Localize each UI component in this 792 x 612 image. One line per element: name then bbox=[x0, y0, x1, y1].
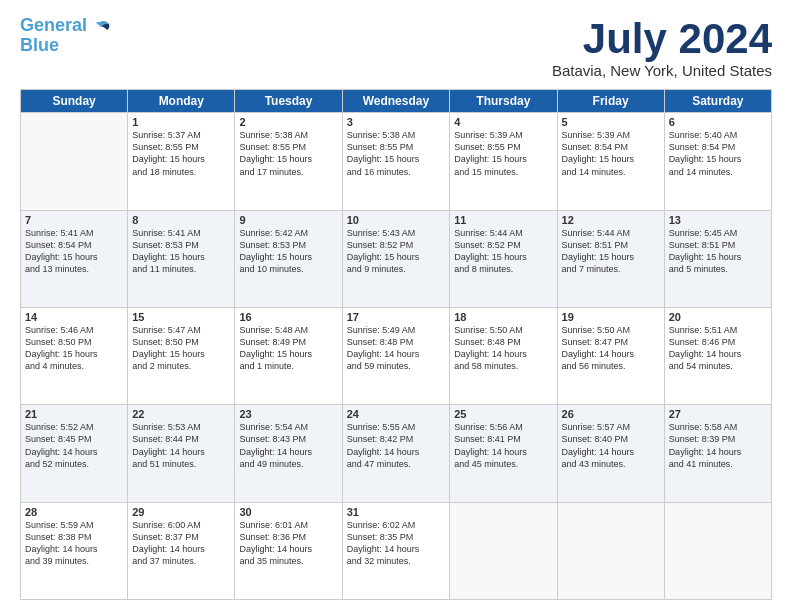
calendar-cell: 19Sunrise: 5:50 AM Sunset: 8:47 PM Dayli… bbox=[557, 307, 664, 404]
day-number: 11 bbox=[454, 214, 552, 226]
day-content: Sunrise: 6:00 AM Sunset: 8:37 PM Dayligh… bbox=[132, 519, 230, 568]
day-number: 8 bbox=[132, 214, 230, 226]
calendar-cell: 14Sunrise: 5:46 AM Sunset: 8:50 PM Dayli… bbox=[21, 307, 128, 404]
calendar-cell: 17Sunrise: 5:49 AM Sunset: 8:48 PM Dayli… bbox=[342, 307, 450, 404]
logo-bird-icon bbox=[89, 18, 111, 40]
day-content: Sunrise: 5:38 AM Sunset: 8:55 PM Dayligh… bbox=[347, 129, 446, 178]
subtitle: Batavia, New York, United States bbox=[552, 62, 772, 79]
day-content: Sunrise: 5:56 AM Sunset: 8:41 PM Dayligh… bbox=[454, 421, 552, 470]
logo: General Blue bbox=[20, 16, 111, 56]
day-number: 24 bbox=[347, 408, 446, 420]
day-number: 31 bbox=[347, 506, 446, 518]
calendar-cell: 9Sunrise: 5:42 AM Sunset: 8:53 PM Daylig… bbox=[235, 210, 342, 307]
day-number: 10 bbox=[347, 214, 446, 226]
day-content: Sunrise: 5:51 AM Sunset: 8:46 PM Dayligh… bbox=[669, 324, 767, 373]
day-content: Sunrise: 5:50 AM Sunset: 8:47 PM Dayligh… bbox=[562, 324, 660, 373]
day-content: Sunrise: 5:39 AM Sunset: 8:55 PM Dayligh… bbox=[454, 129, 552, 178]
logo-text: General Blue bbox=[20, 16, 87, 56]
logo-line2: Blue bbox=[20, 35, 59, 55]
day-number: 6 bbox=[669, 116, 767, 128]
calendar-cell: 20Sunrise: 5:51 AM Sunset: 8:46 PM Dayli… bbox=[664, 307, 771, 404]
col-header-thursday: Thursday bbox=[450, 90, 557, 113]
calendar-cell: 10Sunrise: 5:43 AM Sunset: 8:52 PM Dayli… bbox=[342, 210, 450, 307]
calendar-cell: 11Sunrise: 5:44 AM Sunset: 8:52 PM Dayli… bbox=[450, 210, 557, 307]
day-content: Sunrise: 5:42 AM Sunset: 8:53 PM Dayligh… bbox=[239, 227, 337, 276]
day-number: 17 bbox=[347, 311, 446, 323]
day-content: Sunrise: 5:46 AM Sunset: 8:50 PM Dayligh… bbox=[25, 324, 123, 373]
calendar-cell: 4Sunrise: 5:39 AM Sunset: 8:55 PM Daylig… bbox=[450, 113, 557, 210]
day-content: Sunrise: 5:50 AM Sunset: 8:48 PM Dayligh… bbox=[454, 324, 552, 373]
day-content: Sunrise: 5:38 AM Sunset: 8:55 PM Dayligh… bbox=[239, 129, 337, 178]
col-header-friday: Friday bbox=[557, 90, 664, 113]
calendar-table: SundayMondayTuesdayWednesdayThursdayFrid… bbox=[20, 89, 772, 600]
title-block: July 2024 Batavia, New York, United Stat… bbox=[552, 16, 772, 79]
week-row-3: 14Sunrise: 5:46 AM Sunset: 8:50 PM Dayli… bbox=[21, 307, 772, 404]
day-number: 9 bbox=[239, 214, 337, 226]
col-header-saturday: Saturday bbox=[664, 90, 771, 113]
day-number: 13 bbox=[669, 214, 767, 226]
calendar-cell: 5Sunrise: 5:39 AM Sunset: 8:54 PM Daylig… bbox=[557, 113, 664, 210]
day-content: Sunrise: 5:41 AM Sunset: 8:54 PM Dayligh… bbox=[25, 227, 123, 276]
calendar-cell: 28Sunrise: 5:59 AM Sunset: 8:38 PM Dayli… bbox=[21, 502, 128, 599]
day-number: 4 bbox=[454, 116, 552, 128]
calendar-cell: 21Sunrise: 5:52 AM Sunset: 8:45 PM Dayli… bbox=[21, 405, 128, 502]
calendar-cell: 7Sunrise: 5:41 AM Sunset: 8:54 PM Daylig… bbox=[21, 210, 128, 307]
day-number: 23 bbox=[239, 408, 337, 420]
day-content: Sunrise: 5:49 AM Sunset: 8:48 PM Dayligh… bbox=[347, 324, 446, 373]
day-number: 28 bbox=[25, 506, 123, 518]
day-content: Sunrise: 5:57 AM Sunset: 8:40 PM Dayligh… bbox=[562, 421, 660, 470]
calendar-cell: 16Sunrise: 5:48 AM Sunset: 8:49 PM Dayli… bbox=[235, 307, 342, 404]
col-header-sunday: Sunday bbox=[21, 90, 128, 113]
day-number: 7 bbox=[25, 214, 123, 226]
col-header-monday: Monday bbox=[128, 90, 235, 113]
day-number: 14 bbox=[25, 311, 123, 323]
day-content: Sunrise: 6:02 AM Sunset: 8:35 PM Dayligh… bbox=[347, 519, 446, 568]
calendar-cell bbox=[21, 113, 128, 210]
day-content: Sunrise: 5:58 AM Sunset: 8:39 PM Dayligh… bbox=[669, 421, 767, 470]
day-content: Sunrise: 5:59 AM Sunset: 8:38 PM Dayligh… bbox=[25, 519, 123, 568]
day-content: Sunrise: 5:44 AM Sunset: 8:51 PM Dayligh… bbox=[562, 227, 660, 276]
day-content: Sunrise: 5:48 AM Sunset: 8:49 PM Dayligh… bbox=[239, 324, 337, 373]
day-content: Sunrise: 5:41 AM Sunset: 8:53 PM Dayligh… bbox=[132, 227, 230, 276]
calendar-cell: 12Sunrise: 5:44 AM Sunset: 8:51 PM Dayli… bbox=[557, 210, 664, 307]
day-content: Sunrise: 5:55 AM Sunset: 8:42 PM Dayligh… bbox=[347, 421, 446, 470]
calendar-page: General Blue July 2024 Batavia, New York… bbox=[0, 0, 792, 612]
calendar-cell: 30Sunrise: 6:01 AM Sunset: 8:36 PM Dayli… bbox=[235, 502, 342, 599]
calendar-cell: 15Sunrise: 5:47 AM Sunset: 8:50 PM Dayli… bbox=[128, 307, 235, 404]
calendar-cell: 18Sunrise: 5:50 AM Sunset: 8:48 PM Dayli… bbox=[450, 307, 557, 404]
day-number: 21 bbox=[25, 408, 123, 420]
calendar-cell bbox=[557, 502, 664, 599]
day-number: 29 bbox=[132, 506, 230, 518]
calendar-cell: 8Sunrise: 5:41 AM Sunset: 8:53 PM Daylig… bbox=[128, 210, 235, 307]
day-number: 12 bbox=[562, 214, 660, 226]
main-title: July 2024 bbox=[552, 16, 772, 62]
day-number: 19 bbox=[562, 311, 660, 323]
week-row-2: 7Sunrise: 5:41 AM Sunset: 8:54 PM Daylig… bbox=[21, 210, 772, 307]
day-number: 30 bbox=[239, 506, 337, 518]
calendar-cell bbox=[450, 502, 557, 599]
col-header-tuesday: Tuesday bbox=[235, 90, 342, 113]
day-number: 27 bbox=[669, 408, 767, 420]
calendar-cell: 2Sunrise: 5:38 AM Sunset: 8:55 PM Daylig… bbox=[235, 113, 342, 210]
day-content: Sunrise: 6:01 AM Sunset: 8:36 PM Dayligh… bbox=[239, 519, 337, 568]
day-content: Sunrise: 5:43 AM Sunset: 8:52 PM Dayligh… bbox=[347, 227, 446, 276]
calendar-cell: 24Sunrise: 5:55 AM Sunset: 8:42 PM Dayli… bbox=[342, 405, 450, 502]
week-row-1: 1Sunrise: 5:37 AM Sunset: 8:55 PM Daylig… bbox=[21, 113, 772, 210]
day-number: 22 bbox=[132, 408, 230, 420]
day-content: Sunrise: 5:54 AM Sunset: 8:43 PM Dayligh… bbox=[239, 421, 337, 470]
calendar-cell: 22Sunrise: 5:53 AM Sunset: 8:44 PM Dayli… bbox=[128, 405, 235, 502]
day-number: 25 bbox=[454, 408, 552, 420]
calendar-cell: 13Sunrise: 5:45 AM Sunset: 8:51 PM Dayli… bbox=[664, 210, 771, 307]
day-content: Sunrise: 5:47 AM Sunset: 8:50 PM Dayligh… bbox=[132, 324, 230, 373]
day-number: 26 bbox=[562, 408, 660, 420]
day-number: 5 bbox=[562, 116, 660, 128]
week-row-4: 21Sunrise: 5:52 AM Sunset: 8:45 PM Dayli… bbox=[21, 405, 772, 502]
day-number: 1 bbox=[132, 116, 230, 128]
calendar-cell: 26Sunrise: 5:57 AM Sunset: 8:40 PM Dayli… bbox=[557, 405, 664, 502]
calendar-cell: 6Sunrise: 5:40 AM Sunset: 8:54 PM Daylig… bbox=[664, 113, 771, 210]
header: General Blue July 2024 Batavia, New York… bbox=[20, 16, 772, 79]
day-content: Sunrise: 5:44 AM Sunset: 8:52 PM Dayligh… bbox=[454, 227, 552, 276]
week-row-5: 28Sunrise: 5:59 AM Sunset: 8:38 PM Dayli… bbox=[21, 502, 772, 599]
day-number: 18 bbox=[454, 311, 552, 323]
day-content: Sunrise: 5:45 AM Sunset: 8:51 PM Dayligh… bbox=[669, 227, 767, 276]
